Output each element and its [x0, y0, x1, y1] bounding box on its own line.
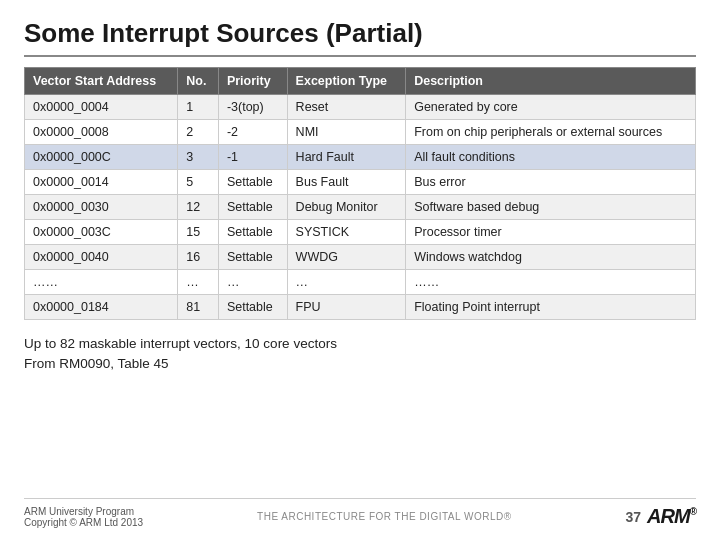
- footer-copyright: Copyright © ARM Ltd 2013: [24, 517, 143, 528]
- table-cell: 0x0000_0004: [25, 95, 178, 120]
- table-cell: Bus error: [406, 170, 696, 195]
- arm-logo: ARM®: [647, 505, 696, 528]
- table-cell: Settable: [218, 170, 287, 195]
- table-cell: …: [218, 270, 287, 295]
- table-cell: 12: [178, 195, 219, 220]
- note-line1: Up to 82 maskable interrupt vectors, 10 …: [24, 334, 696, 354]
- table-row: 0x0000_003012SettableDebug MonitorSoftwa…: [25, 195, 696, 220]
- table-cell: 81: [178, 295, 219, 320]
- slide: Some Interrupt Sources (Partial) Vector …: [0, 0, 720, 540]
- table-cell: …: [178, 270, 219, 295]
- table-cell: Software based debug: [406, 195, 696, 220]
- table-cell: 16: [178, 245, 219, 270]
- table-cell: All fault conditions: [406, 145, 696, 170]
- table-row: 0x0000_018481SettableFPUFloating Point i…: [25, 295, 696, 320]
- table-cell: 0x0000_000C: [25, 145, 178, 170]
- page-number: 37: [626, 509, 642, 525]
- table-cell: -3(top): [218, 95, 287, 120]
- table-cell: Settable: [218, 220, 287, 245]
- table-cell: 0x0000_0040: [25, 245, 178, 270]
- table-cell: Debug Monitor: [287, 195, 406, 220]
- table-cell: WWDG: [287, 245, 406, 270]
- table-row: 0x0000_00145SettableBus FaultBus error: [25, 170, 696, 195]
- table-cell: 3: [178, 145, 219, 170]
- col-header-address: Vector Start Address: [25, 68, 178, 95]
- table-cell: 0x0000_0030: [25, 195, 178, 220]
- table-cell: Processor timer: [406, 220, 696, 245]
- table-cell: ……: [25, 270, 178, 295]
- interrupt-table: Vector Start Address No. Priority Except…: [24, 67, 696, 320]
- table-row: 0x0000_004016SettableWWDGWindows watchdo…: [25, 245, 696, 270]
- table-cell: 1: [178, 95, 219, 120]
- footer-tagline: THE ARCHITECTURE FOR THE DIGITAL WORLD®: [257, 511, 511, 522]
- table-cell: Windows watchdog: [406, 245, 696, 270]
- table-cell: FPU: [287, 295, 406, 320]
- table-cell: NMI: [287, 120, 406, 145]
- table-cell: 0x0000_0014: [25, 170, 178, 195]
- table-cell: Floating Point interrupt: [406, 295, 696, 320]
- table-cell: Generated by core: [406, 95, 696, 120]
- table-cell: 0x0000_0008: [25, 120, 178, 145]
- table-cell: 0x0000_0184: [25, 295, 178, 320]
- table-cell: 15: [178, 220, 219, 245]
- table-cell: From on chip peripherals or external sou…: [406, 120, 696, 145]
- table-cell: -2: [218, 120, 287, 145]
- table-cell: Bus Fault: [287, 170, 406, 195]
- table-cell: Reset: [287, 95, 406, 120]
- table-row: …………………: [25, 270, 696, 295]
- note-block: Up to 82 maskable interrupt vectors, 10 …: [24, 334, 696, 375]
- footer: ARM University Program Copyright © ARM L…: [24, 498, 696, 528]
- table-row: 0x0000_003C15SettableSYSTICKProcessor ti…: [25, 220, 696, 245]
- footer-right: 37 ARM®: [626, 505, 697, 528]
- table-cell: SYSTICK: [287, 220, 406, 245]
- note-line2: From RM0090, Table 45: [24, 354, 696, 374]
- footer-left: ARM University Program Copyright © ARM L…: [24, 506, 143, 528]
- table-row: 0x0000_000C3-1Hard FaultAll fault condit…: [25, 145, 696, 170]
- table-cell: -1: [218, 145, 287, 170]
- table-cell: 2: [178, 120, 219, 145]
- col-header-exception: Exception Type: [287, 68, 406, 95]
- col-header-no: No.: [178, 68, 219, 95]
- col-header-priority: Priority: [218, 68, 287, 95]
- page-title: Some Interrupt Sources (Partial): [24, 18, 696, 57]
- table-cell: Hard Fault: [287, 145, 406, 170]
- col-header-description: Description: [406, 68, 696, 95]
- table-cell: ……: [406, 270, 696, 295]
- footer-org: ARM University Program: [24, 506, 143, 517]
- table-row: 0x0000_00082-2NMIFrom on chip peripheral…: [25, 120, 696, 145]
- table-cell: 5: [178, 170, 219, 195]
- table-row: 0x0000_00041-3(top)ResetGenerated by cor…: [25, 95, 696, 120]
- table-cell: Settable: [218, 295, 287, 320]
- table-cell: 0x0000_003C: [25, 220, 178, 245]
- table-header-row: Vector Start Address No. Priority Except…: [25, 68, 696, 95]
- table-cell: Settable: [218, 245, 287, 270]
- table-cell: Settable: [218, 195, 287, 220]
- table-cell: …: [287, 270, 406, 295]
